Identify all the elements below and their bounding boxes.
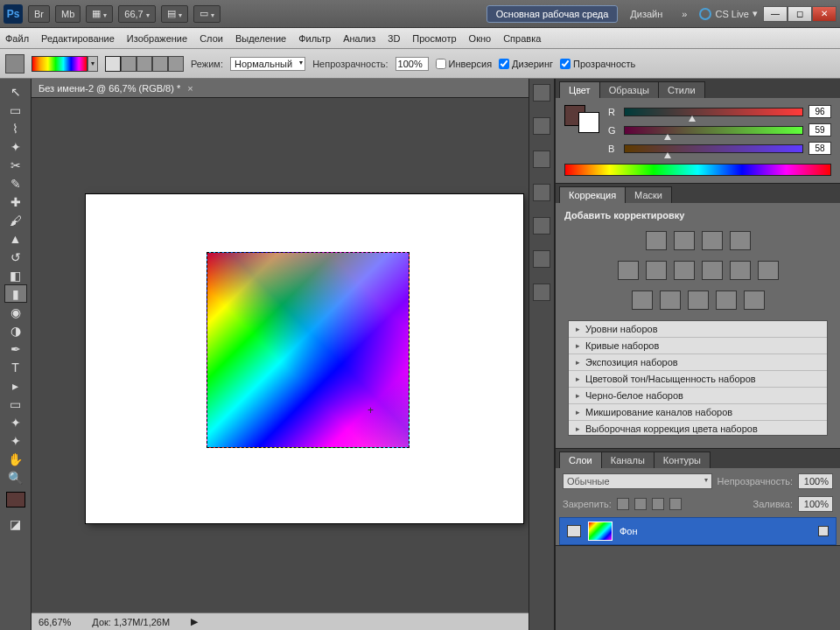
adj-mixer-icon[interactable] bbox=[758, 261, 779, 280]
dodge-tool[interactable]: ◑ bbox=[4, 321, 27, 340]
menu-view[interactable]: Просмотр bbox=[412, 33, 456, 44]
move-tool[interactable]: ↖ bbox=[4, 82, 27, 101]
gradient-tool[interactable]: ▮ bbox=[4, 284, 27, 303]
tab-layers[interactable]: Слои bbox=[559, 452, 602, 468]
opacity-input[interactable]: 100% bbox=[396, 57, 429, 71]
preset-item[interactable]: Черно-белое наборов bbox=[569, 388, 827, 404]
preset-item[interactable]: Уровни наборов bbox=[569, 321, 827, 338]
heal-tool[interactable]: ✚ bbox=[4, 192, 27, 211]
path-select-tool[interactable]: ▸ bbox=[4, 376, 27, 395]
spectrum-ramp[interactable] bbox=[564, 164, 831, 176]
history-brush-tool[interactable]: ↺ bbox=[4, 248, 27, 266]
adj-invert-icon[interactable] bbox=[632, 290, 653, 310]
gradient-caret-icon[interactable]: ▾ bbox=[88, 56, 98, 72]
tab-masks[interactable]: Маски bbox=[625, 186, 672, 203]
adj-poster-icon[interactable] bbox=[660, 290, 681, 310]
dock-history-icon[interactable] bbox=[533, 117, 550, 135]
layer-thumbnail[interactable] bbox=[588, 522, 612, 541]
workspace-design[interactable]: Дизайн bbox=[623, 9, 669, 19]
preset-list[interactable]: Уровни наборов Кривые наборов Экспозиция… bbox=[568, 320, 828, 436]
screen-mode-button[interactable]: ▭ bbox=[193, 5, 220, 23]
cs-live-button[interactable]: CS Live▾ bbox=[699, 8, 758, 20]
status-arrow-icon[interactable]: ▶ bbox=[191, 616, 198, 627]
bridge-button[interactable]: Br bbox=[28, 5, 50, 23]
dock-minibridge-icon[interactable] bbox=[533, 84, 550, 102]
quickmask-toggle[interactable]: ◪ bbox=[4, 514, 27, 533]
b-slider[interactable] bbox=[624, 144, 803, 153]
preset-item[interactable]: Цветовой тон/Насыщенность наборов bbox=[569, 371, 827, 388]
zoom-level-button[interactable]: 66,7 bbox=[118, 5, 155, 23]
tab-swatches[interactable]: Образцы bbox=[599, 81, 659, 98]
tab-styles[interactable]: Стили bbox=[658, 81, 705, 98]
maximize-button[interactable]: ◻ bbox=[788, 6, 812, 22]
blur-tool[interactable]: ◉ bbox=[4, 303, 27, 321]
arrange-docs-button[interactable]: ▤ bbox=[161, 5, 188, 23]
inverse-checkbox[interactable]: Инверсия bbox=[436, 59, 493, 69]
adj-bw-icon[interactable] bbox=[702, 261, 723, 280]
menu-edit[interactable]: Редактирование bbox=[41, 33, 115, 44]
pen-tool[interactable]: ✒ bbox=[4, 340, 27, 358]
status-zoom[interactable]: 66,67% bbox=[38, 617, 71, 627]
menu-image[interactable]: Изображение bbox=[127, 33, 187, 44]
layer-fill-input[interactable]: 100% bbox=[798, 496, 833, 512]
dock-para-icon[interactable] bbox=[533, 284, 550, 301]
layer-name[interactable]: Фон bbox=[620, 526, 638, 536]
b-value[interactable]: 58 bbox=[808, 142, 831, 155]
blend-mode-select[interactable]: Нормальный bbox=[230, 57, 305, 71]
adj-brightness-icon[interactable] bbox=[646, 231, 667, 250]
document-tab[interactable]: Без имени-2 @ 66,7% (RGB/8) * × bbox=[32, 79, 528, 98]
g-slider[interactable] bbox=[624, 126, 803, 135]
dock-char-icon[interactable] bbox=[533, 250, 550, 268]
adj-photo-icon[interactable] bbox=[730, 261, 751, 280]
3d-tool[interactable]: ✦ bbox=[4, 413, 27, 431]
adj-selcolor-icon[interactable] bbox=[744, 290, 765, 310]
menu-layers[interactable]: Слои bbox=[200, 33, 223, 44]
preset-item[interactable]: Выборочная коррекция цвета наборов bbox=[569, 421, 827, 436]
gradient-radial[interactable] bbox=[121, 56, 136, 72]
status-docsize[interactable]: Док: 1,37M/1,26M bbox=[92, 617, 170, 627]
preset-item[interactable]: Микширование каналов наборов bbox=[569, 404, 827, 421]
preset-item[interactable]: Кривые наборов bbox=[569, 338, 827, 354]
menu-filter[interactable]: Фильтр bbox=[298, 33, 331, 44]
adj-curves-icon[interactable] bbox=[702, 231, 723, 250]
menu-window[interactable]: Окно bbox=[469, 33, 492, 44]
tab-paths[interactable]: Контуры bbox=[654, 452, 710, 468]
blend-mode-select[interactable]: Обычные bbox=[563, 473, 712, 489]
adj-balance-icon[interactable] bbox=[674, 261, 695, 280]
stamp-tool[interactable]: ▲ bbox=[4, 229, 27, 248]
wand-tool[interactable]: ✦ bbox=[4, 137, 27, 156]
tab-color[interactable]: Цвет bbox=[559, 81, 600, 98]
workspace-more[interactable]: » bbox=[675, 9, 694, 19]
adj-hue-icon[interactable] bbox=[646, 261, 667, 280]
tool-preset-icon[interactable] bbox=[5, 54, 24, 74]
dock-clone-icon[interactable] bbox=[533, 184, 550, 201]
preset-item[interactable]: Экспозиция наборов bbox=[569, 354, 827, 371]
minibridge-button[interactable]: Mb bbox=[55, 5, 80, 23]
gradient-linear[interactable] bbox=[105, 56, 121, 72]
eyedropper-tool[interactable]: ✎ bbox=[4, 174, 27, 192]
g-value[interactable]: 59 bbox=[808, 123, 831, 136]
r-slider[interactable] bbox=[624, 108, 803, 116]
workspace-active[interactable]: Основная рабочая среда bbox=[486, 5, 619, 23]
adj-threshold-icon[interactable] bbox=[688, 290, 709, 310]
lock-all-icon[interactable] bbox=[669, 498, 682, 510]
menu-file[interactable]: Файл bbox=[5, 33, 29, 44]
gradient-picker[interactable]: ▾ bbox=[32, 56, 98, 72]
close-button[interactable]: ✕ bbox=[812, 6, 836, 22]
adj-levels-icon[interactable] bbox=[674, 231, 695, 250]
layer-opacity-input[interactable]: 100% bbox=[798, 473, 833, 489]
minimize-button[interactable]: — bbox=[763, 6, 788, 22]
marquee-tool[interactable]: ▭ bbox=[4, 101, 27, 119]
visibility-icon[interactable] bbox=[567, 525, 581, 537]
type-tool[interactable]: T bbox=[4, 358, 27, 376]
menu-select[interactable]: Выделение bbox=[235, 33, 286, 44]
brush-tool[interactable]: 🖌 bbox=[4, 211, 27, 229]
adj-vibrance-icon[interactable] bbox=[618, 261, 639, 280]
close-tab-icon[interactable]: × bbox=[187, 83, 192, 94]
lock-trans-icon[interactable] bbox=[617, 498, 629, 510]
gradient-diamond[interactable] bbox=[168, 56, 184, 72]
dither-checkbox[interactable]: Дизеринг bbox=[499, 59, 553, 69]
eraser-tool[interactable]: ◧ bbox=[4, 266, 27, 284]
foreground-swatch[interactable] bbox=[6, 492, 25, 508]
lasso-tool[interactable]: ⌇ bbox=[4, 119, 27, 137]
